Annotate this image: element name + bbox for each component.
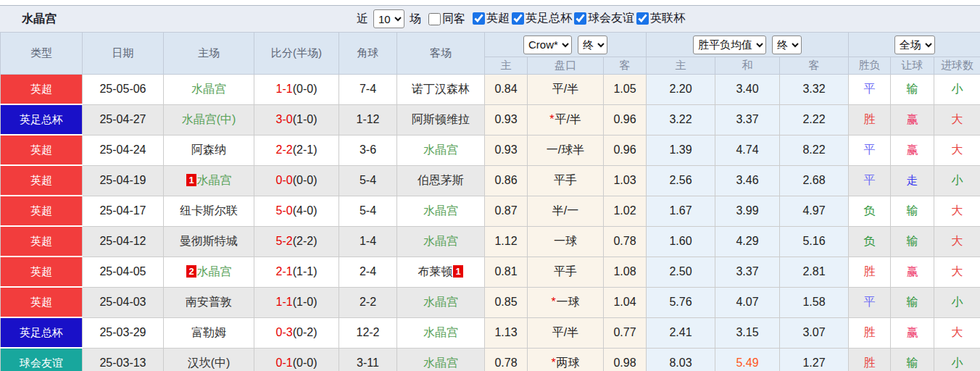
competition-checkbox[interactable] [574, 12, 586, 25]
date-cell: 25-04-03 [83, 287, 164, 317]
date-cell: 25-03-29 [83, 317, 164, 348]
competition-filter[interactable]: 英联杯 [636, 11, 685, 26]
mean-type-select[interactable]: 胜平负均值 [693, 36, 766, 54]
league-type-cell: 英超 [1, 75, 83, 105]
subcol-goals: 进球数 [934, 57, 980, 75]
mean-away-cell: 3.32 [780, 75, 849, 105]
date-cell: 25-03-13 [83, 348, 164, 371]
mean-state-select[interactable]: 终 [772, 36, 802, 54]
mean-home-cell: 5.76 [647, 287, 715, 317]
competition-filter[interactable]: 球会友谊 [574, 11, 634, 26]
date-cell: 25-04-27 [83, 104, 164, 135]
mean-home-cell: 2.50 [647, 257, 715, 287]
home-team-cell: 水晶宫(中) [164, 104, 254, 135]
away-team-cell: 诺丁汉森林 [397, 75, 485, 105]
col-header-score: 比分(半场) [254, 33, 339, 75]
team-name: 水晶宫(中) [182, 113, 236, 125]
date-cell: 25-05-06 [83, 75, 164, 105]
corners-cell: 1-12 [339, 104, 397, 135]
result-handicap-cell: 输 [891, 287, 934, 317]
handicap-line-cell: 半/一 [528, 196, 604, 226]
odds-away-cell: 1.08 [604, 257, 647, 287]
odds-home-cell: 0.81 [485, 257, 528, 287]
top-strip [0, 0, 980, 5]
competition-filter[interactable]: 英足总杯 [512, 11, 572, 26]
fulltime-score: 0-0 [276, 174, 293, 186]
corners-cell: 5-4 [339, 196, 397, 226]
red-card-badge: 2 [186, 265, 196, 278]
fulltime-score: 0-1 [276, 357, 293, 369]
odds-company-select[interactable]: Crow* [523, 36, 572, 54]
recent-count-select[interactable]: 10 [373, 9, 404, 28]
competition-label: 英超 [486, 11, 510, 26]
mean-draw-cell: 3.37 [715, 257, 780, 287]
same-away-checkbox[interactable] [428, 13, 441, 25]
col-header-away: 客场 [397, 33, 485, 75]
competition-checkbox[interactable] [512, 12, 524, 25]
fulltime-score: 1-1 [276, 296, 293, 308]
fulltime-score: 3-0 [276, 113, 293, 125]
home-team-cell: 纽卡斯尔联 [164, 196, 254, 226]
away-team-cell: 水晶宫 [397, 196, 485, 226]
result-handicap-cell: 赢 [891, 135, 934, 165]
team-name: 布莱顿 [418, 265, 452, 278]
competition-filter[interactable]: 英超 [473, 11, 510, 26]
result-goals-cell: 大 [934, 196, 980, 226]
fulltime-score: 5-2 [276, 235, 293, 247]
date-cell: 25-04-05 [83, 257, 164, 287]
competition-checkbox[interactable] [636, 12, 649, 25]
team-name: 阿斯顿维拉 [412, 113, 470, 125]
mean-away-cell: 5.16 [780, 226, 849, 257]
same-away-filter[interactable]: 同客 [428, 12, 465, 27]
away-team-cell: 伯恩茅斯 [397, 165, 485, 196]
result-handicap-cell: 赢 [891, 257, 934, 287]
halftime-score: (2-1) [293, 143, 317, 156]
fulltime-score: 0-3 [276, 326, 293, 338]
mean-home-cell: 8.03 [647, 348, 715, 371]
col-header-corner: 角球 [339, 33, 397, 75]
odds-away-cell: 1.02 [604, 196, 647, 226]
handicap-line-cell: 一球 [528, 226, 604, 257]
result-outcome-cell: 胜 [849, 317, 891, 348]
mean-home-cell: 2.41 [647, 317, 715, 348]
subcol-outcome: 胜负 [849, 57, 891, 75]
halftime-score: (0-0) [293, 83, 317, 95]
date-cell: 25-04-17 [83, 196, 164, 226]
match-history-panel: 水晶宫 近 10 场 同客 英超英足总杯球会友谊英联杯 类型 日期 主场 [0, 0, 980, 371]
scope-select[interactable]: 全场 [894, 36, 935, 54]
score-cell: 3-0(1-0) [254, 104, 339, 135]
mean-draw-cell: 4.07 [715, 287, 780, 317]
home-team-cell: 南安普敦 [164, 287, 254, 317]
mean-away-cell: 3.07 [780, 317, 849, 348]
result-handicap-cell: 走 [891, 165, 934, 196]
result-handicap-cell: 输 [891, 226, 934, 257]
subcol-mean-home: 主 [647, 57, 715, 75]
odds-state-select[interactable]: 终 [578, 36, 607, 54]
table-row: 英超25-04-052水晶宫2-1(1-1)2-4布莱顿10.81平手1.082… [1, 257, 980, 287]
date-cell: 25-04-12 [83, 226, 164, 257]
result-handicap-cell: 赢 [891, 104, 934, 135]
mean-draw-cell: 4.74 [715, 135, 780, 165]
team-title: 水晶宫 [22, 12, 57, 27]
handicap-line-cell: 平/半 [528, 75, 604, 105]
mean-draw-cell: 3.99 [715, 196, 780, 226]
competition-checkbox[interactable] [473, 12, 485, 25]
competition-filters: 英超英足总杯球会友谊英联杯 [470, 11, 685, 28]
recent-label: 近 [357, 12, 368, 27]
result-handicap-cell: 输 [891, 196, 934, 226]
halftime-score: (0-0) [293, 357, 317, 369]
odds-home-cell: 0.78 [485, 348, 528, 371]
score-cell: 0-1(0-0) [254, 348, 339, 371]
mean-draw-cell: 3.15 [715, 317, 780, 348]
team-name: 纽卡斯尔联 [180, 204, 238, 217]
subcol-mean-draw: 和 [715, 57, 780, 75]
same-away-label: 同客 [442, 12, 465, 27]
score-cell: 1-1(0-0) [254, 75, 339, 105]
corners-cell: 2-2 [339, 287, 397, 317]
fulltime-score: 2-2 [276, 143, 293, 156]
mean-select-group: 胜平负均值 终 [647, 33, 849, 57]
result-outcome-cell: 平 [849, 287, 891, 317]
odds-away-cell: 1.04 [604, 287, 647, 317]
home-team-cell: 水晶宫 [164, 75, 254, 105]
competition-label: 球会友谊 [588, 11, 634, 26]
